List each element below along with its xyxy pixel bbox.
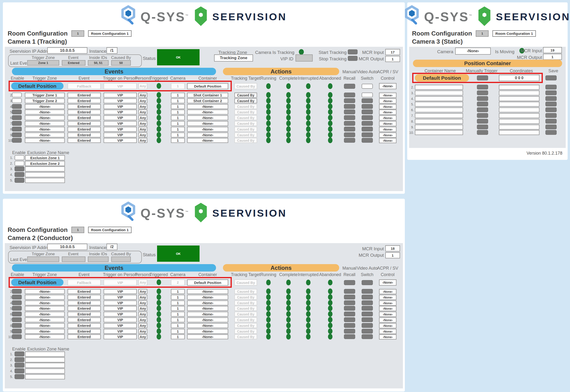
trigger-zone-select[interactable]: ‹None› bbox=[25, 334, 65, 339]
trigger-zone-select[interactable]: ‹None› bbox=[25, 121, 65, 126]
seervision-ip-field[interactable]: 10.0.0.5 bbox=[47, 47, 87, 54]
enable-toggle[interactable] bbox=[12, 317, 22, 322]
save-button[interactable] bbox=[545, 85, 557, 89]
default-save-button[interactable] bbox=[545, 75, 557, 80]
video-auto-switch-button[interactable] bbox=[362, 323, 373, 328]
camera-select[interactable]: 1 bbox=[171, 132, 185, 138]
manually-trigger-button[interactable] bbox=[477, 130, 488, 135]
persons-select[interactable]: Any bbox=[138, 323, 147, 328]
enable-toggle[interactable] bbox=[12, 98, 22, 103]
acpr-sv-control-select[interactable]: ‹None› bbox=[379, 138, 397, 143]
default-manual-recall-button[interactable] bbox=[344, 280, 355, 285]
manually-trigger-button[interactable] bbox=[477, 125, 488, 129]
manual-recall-button[interactable] bbox=[344, 334, 355, 339]
video-auto-switch-button[interactable] bbox=[362, 312, 373, 316]
video-auto-switch-button[interactable] bbox=[362, 329, 373, 334]
coordinates-field[interactable] bbox=[499, 90, 540, 96]
event-select[interactable]: Entered bbox=[68, 115, 101, 120]
acpr-sv-control-select[interactable]: ‹None› bbox=[379, 306, 397, 311]
manual-recall-button[interactable] bbox=[344, 312, 355, 316]
trigger-zone-select[interactable]: ‹None› bbox=[25, 300, 65, 305]
persons-select[interactable]: Any bbox=[138, 110, 147, 114]
enable-toggle[interactable] bbox=[12, 121, 22, 126]
trigger-on-person-select[interactable]: VIP bbox=[104, 329, 137, 334]
exclusion-enable-toggle[interactable] bbox=[14, 172, 24, 177]
camera-select[interactable]: 1 bbox=[171, 312, 185, 317]
container-select[interactable]: ‹None› bbox=[187, 289, 228, 294]
camera-select[interactable]: 1 bbox=[171, 317, 185, 322]
manually-trigger-button[interactable] bbox=[477, 102, 488, 106]
acpr-sv-control-select[interactable]: ‹None› bbox=[379, 317, 397, 322]
acpr-sv-control-select[interactable]: ‹None› bbox=[379, 329, 397, 334]
event-select[interactable]: Entered bbox=[68, 132, 101, 138]
event-select[interactable]: Entered bbox=[68, 110, 101, 114]
trigger-zone-select[interactable]: ‹None› bbox=[25, 115, 65, 120]
container-select[interactable]: ‹None› bbox=[187, 104, 228, 109]
room-configuration-index-field[interactable]: 1 bbox=[71, 227, 84, 233]
acpr-sv-control-select[interactable]: ‹None› bbox=[379, 121, 397, 126]
camera-select[interactable]: 1 bbox=[171, 306, 185, 311]
manual-recall-button[interactable] bbox=[344, 110, 355, 114]
room-configuration-name-field[interactable]: Room Configuration 1 bbox=[88, 30, 131, 37]
trigger-on-person-select[interactable]: VIP bbox=[104, 317, 137, 322]
container-select[interactable]: ‹None› bbox=[187, 300, 228, 305]
camera-select[interactable]: 1 bbox=[171, 329, 185, 334]
exclusion-enable-toggle[interactable] bbox=[14, 166, 24, 171]
persons-select[interactable]: Any bbox=[138, 295, 147, 300]
trigger-zone-select[interactable]: ‹None› bbox=[25, 295, 65, 300]
trigger-on-person-select[interactable]: VIP bbox=[104, 115, 137, 120]
container-select[interactable]: ‹None› bbox=[187, 306, 228, 311]
event-select[interactable]: Entered bbox=[68, 121, 101, 126]
persons-select[interactable]: Any bbox=[138, 289, 147, 294]
acpr-sv-control-select[interactable]: ‹None› bbox=[379, 323, 397, 328]
mcr-input-field[interactable]: 17 bbox=[385, 49, 400, 55]
default-acpr-sv-control-select[interactable]: ‹None› bbox=[379, 83, 397, 89]
event-select[interactable]: Entered bbox=[68, 295, 101, 300]
exclusion-zone-name-field[interactable]: Exclusion Zone 1 bbox=[25, 155, 65, 160]
camera-select[interactable]: 1 bbox=[171, 289, 185, 294]
trigger-zone-select[interactable]: ‹None› bbox=[25, 312, 65, 317]
enable-toggle[interactable] bbox=[12, 132, 22, 137]
camera-select[interactable]: ‹None› bbox=[455, 47, 491, 55]
container-select[interactable]: ‹None› bbox=[187, 127, 228, 132]
container-select[interactable]: Shot Container 2 bbox=[187, 98, 228, 103]
video-auto-switch-button[interactable] bbox=[362, 110, 373, 114]
camera-select[interactable]: 1 bbox=[171, 334, 185, 339]
persons-select[interactable]: Any bbox=[138, 317, 147, 322]
video-auto-switch-button[interactable] bbox=[362, 115, 373, 120]
exclusion-enable-toggle[interactable] bbox=[14, 363, 24, 368]
manual-recall-button[interactable] bbox=[344, 127, 355, 131]
container-name-field[interactable] bbox=[415, 102, 463, 107]
container-select[interactable]: ‹None› bbox=[187, 312, 228, 317]
container-select[interactable]: ‹None› bbox=[187, 329, 228, 334]
exclusion-zone-name-field[interactable] bbox=[25, 374, 65, 379]
manual-recall-button[interactable] bbox=[344, 323, 355, 328]
video-auto-switch-button[interactable] bbox=[362, 121, 373, 126]
manual-recall-button[interactable] bbox=[344, 93, 355, 97]
acpr-sv-control-select[interactable]: ‹None› bbox=[379, 289, 397, 294]
event-select[interactable]: Entered bbox=[68, 323, 101, 328]
event-select[interactable]: Entered bbox=[68, 127, 101, 132]
manually-trigger-button[interactable] bbox=[477, 119, 488, 124]
save-button[interactable] bbox=[545, 107, 557, 112]
persons-select[interactable]: Any bbox=[138, 306, 147, 311]
enable-toggle[interactable] bbox=[12, 329, 22, 334]
acpr-sv-control-select[interactable]: ‹None› bbox=[379, 127, 397, 132]
enable-toggle[interactable] bbox=[12, 115, 22, 120]
container-select[interactable]: ‹None› bbox=[187, 132, 228, 138]
video-auto-switch-button[interactable] bbox=[362, 98, 373, 103]
camera-select[interactable]: 1 bbox=[171, 295, 185, 300]
trigger-on-person-select[interactable]: VIP bbox=[104, 312, 137, 317]
persons-select[interactable]: Any bbox=[138, 312, 147, 317]
persons-select[interactable]: Any bbox=[138, 300, 147, 305]
container-select[interactable]: ‹None› bbox=[187, 115, 228, 120]
container-select[interactable]: ‹None› bbox=[187, 295, 228, 300]
save-button[interactable] bbox=[545, 102, 557, 106]
manual-recall-button[interactable] bbox=[344, 329, 355, 334]
trigger-zone-select[interactable]: ‹None› bbox=[25, 317, 65, 322]
stop-tracking-button[interactable] bbox=[348, 56, 357, 61]
acpr-sv-control-select[interactable]: ‹None› bbox=[379, 110, 397, 115]
save-button[interactable] bbox=[545, 113, 557, 118]
manual-recall-button[interactable] bbox=[344, 295, 355, 299]
trigger-on-person-select[interactable]: VIP bbox=[104, 138, 137, 143]
